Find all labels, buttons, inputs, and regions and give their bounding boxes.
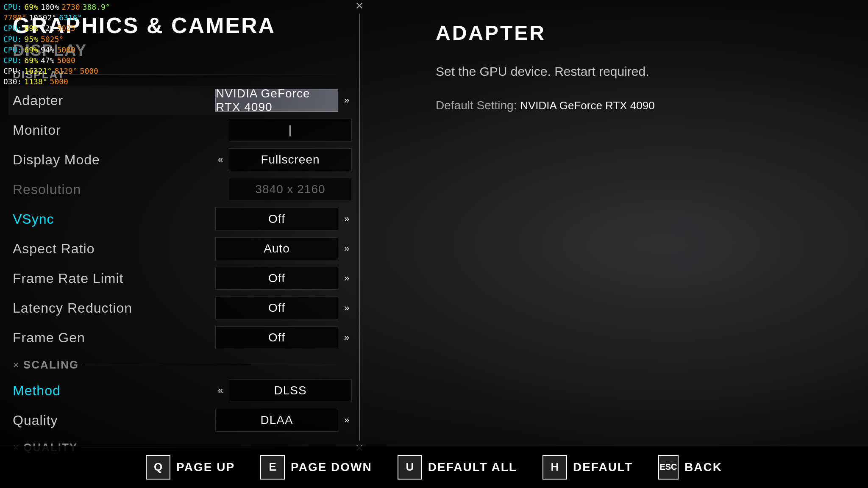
setting-row-frame-gen[interactable]: Frame Gen Off » [8,323,356,352]
frame-rate-limit-value[interactable]: Off [215,267,338,290]
default-action[interactable]: H DEFAULT [542,455,633,480]
settings-list: DISPLAY Adapter NVIDIA GeForce RTX 4090 … [0,68,364,454]
frame-gen-control: Off » [215,326,352,349]
vsync-label: VSync [13,211,215,227]
display-mode-value[interactable]: Fullscreen [229,148,352,171]
resolution-control: 3840 x 2160 [229,178,352,201]
setting-row-display-mode[interactable]: Display Mode « Fullscreen [8,145,356,175]
aspect-ratio-control: Auto » [215,237,352,260]
page-down-label: PAGE DOWN [291,460,372,474]
vsync-control: Off » [215,208,352,230]
setting-row-aspect-ratio[interactable]: Aspect Ratio Auto » [8,234,356,263]
setting-row-vsync[interactable]: VSync Off » [8,204,356,234]
u-key-icon[interactable]: U [398,455,422,480]
aspect-ratio-label: Aspect Ratio [13,241,215,257]
info-description: Set the GPU device. Restart required. [436,61,834,82]
adapter-right-arrow[interactable]: » [342,95,352,106]
latency-reduction-right-arrow[interactable]: » [342,302,352,313]
setting-row-method[interactable]: Method « DLSS [8,376,356,405]
page-down-action[interactable]: E PAGE DOWN [260,455,372,480]
frame-gen-value[interactable]: Off [215,326,338,349]
frame-gen-right-arrow[interactable]: » [342,332,352,343]
setting-row-quality[interactable]: Quality DLAA » [8,405,356,435]
scaling-section-label: SCALING [23,358,79,372]
setting-row-frame-rate-limit[interactable]: Frame Rate Limit Off » [8,263,356,293]
back-label: BACK [684,460,722,474]
method-value[interactable]: DLSS [229,379,352,402]
display-mode-control: « Fullscreen [215,148,352,171]
monitor-cursor: | [289,123,292,137]
aspect-ratio-value[interactable]: Auto [215,237,338,260]
esc-key-icon[interactable]: ESC [658,455,679,480]
monitor-control: | [229,119,352,141]
scrollbar-line [359,14,360,441]
default-all-action[interactable]: U DEFAULT ALL [398,455,517,480]
vsync-value[interactable]: Off [215,208,338,230]
latency-reduction-value[interactable]: Off [215,297,338,319]
quality-control: DLAA » [215,409,352,432]
e-key-icon[interactable]: E [260,455,285,480]
resolution-value: 3840 x 2160 [229,178,352,201]
setting-row-resolution: Resolution 3840 x 2160 [8,175,356,204]
adapter-control: NVIDIA GeForce RTX 4090 » [215,89,352,112]
quality-label: Quality [13,413,215,428]
frame-rate-limit-label: Frame Rate Limit [13,271,215,286]
adapter-label: Adapter [13,93,215,108]
display-mode-label: Display Mode [13,152,215,168]
scaling-cross-left: ✕ [13,360,19,370]
h-key-icon[interactable]: H [542,455,567,480]
info-default-value: NVIDIA GeForce RTX 4090 [520,99,654,112]
quality-right-arrow[interactable]: » [342,415,352,426]
adapter-value[interactable]: NVIDIA GeForce RTX 4090 [215,89,338,112]
latency-reduction-label: Latency Reduction [13,300,215,316]
info-default-label: Default Setting: [436,99,517,112]
frame-rate-limit-right-arrow[interactable]: » [342,273,352,284]
frame-gen-label: Frame Gen [13,330,215,346]
info-default: Default Setting: NVIDIA GeForce RTX 4090 [436,99,834,112]
scrollbar-top-icon: ✕ [355,0,364,12]
monitor-label: Monitor [13,122,229,138]
latency-reduction-control: Off » [215,297,352,319]
aspect-ratio-right-arrow[interactable]: » [342,243,352,254]
frame-rate-limit-control: Off » [215,267,352,290]
page-up-action[interactable]: Q PAGE UP [146,455,235,480]
info-panel: ADAPTER Set the GPU device. Restart requ… [402,0,868,424]
scrollbar-track[interactable]: ✕ ✕ [359,0,360,454]
method-control: « DLSS [215,379,352,402]
scaling-section-divider: ✕ SCALING [8,358,356,372]
bottom-bar: Q PAGE UP E PAGE DOWN U DEFAULT ALL H DE… [0,446,868,488]
q-key-icon[interactable]: Q [146,455,170,480]
monitor-value[interactable]: | [229,119,352,141]
setting-row-monitor[interactable]: Monitor | [8,115,356,145]
scaling-divider-line [83,365,352,365]
display-mode-left-arrow[interactable]: « [215,154,225,165]
vsync-right-arrow[interactable]: » [342,214,352,225]
page-up-label: PAGE UP [176,460,235,474]
resolution-label: Resolution [13,182,229,197]
hud-overlay: CPU: 69% 100% 2730 388.9° 7780° 10502° 6… [0,0,114,89]
method-label: Method [13,383,215,399]
setting-row-adapter[interactable]: Adapter NVIDIA GeForce RTX 4090 » [8,86,356,115]
info-title: ADAPTER [436,21,834,44]
method-left-arrow[interactable]: « [215,385,225,396]
setting-row-latency-reduction[interactable]: Latency Reduction Off » [8,293,356,323]
quality-value[interactable]: DLAA [215,409,338,432]
default-all-label: DEFAULT ALL [428,460,517,474]
default-label: DEFAULT [573,460,633,474]
back-action[interactable]: ESC BACK [658,455,722,480]
